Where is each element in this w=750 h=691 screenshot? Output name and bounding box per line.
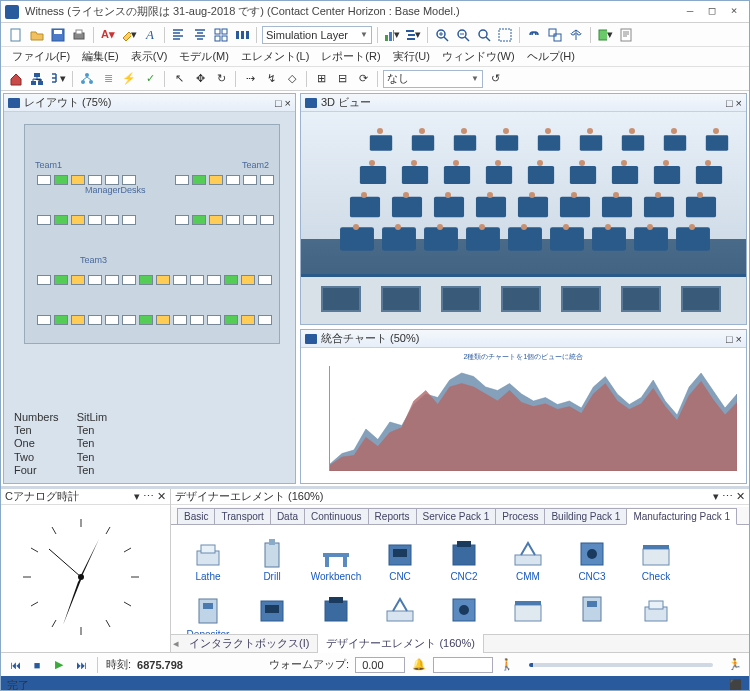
- menu-edit[interactable]: 編集(E): [77, 47, 124, 66]
- pane-close-icon[interactable]: ×: [285, 97, 291, 109]
- menu-reports[interactable]: レポート(R): [316, 47, 385, 66]
- tree-icon[interactable]: [78, 70, 96, 88]
- walk-icon[interactable]: 🚶: [499, 657, 515, 673]
- desk[interactable]: [54, 315, 68, 325]
- speed-slider[interactable]: [529, 663, 713, 667]
- desk[interactable]: [243, 175, 257, 185]
- print-icon[interactable]: [70, 26, 88, 44]
- tab-basic[interactable]: Basic: [177, 508, 215, 524]
- view3d-canvas[interactable]: [301, 112, 746, 324]
- desk[interactable]: [207, 275, 221, 285]
- btab-designer[interactable]: デザイナーエレメント (160%): [318, 634, 484, 653]
- scroll-left-icon[interactable]: ◂: [171, 637, 181, 650]
- expand-icon[interactable]: ⊞: [312, 70, 330, 88]
- maximize-button[interactable]: □: [701, 3, 723, 21]
- desk[interactable]: [192, 175, 206, 185]
- layout-canvas[interactable]: Team1 Team2 ManagerDesks Team3 NumbersTe…: [4, 112, 295, 483]
- desk[interactable]: [122, 275, 136, 285]
- menu-file[interactable]: ファイル(F): [7, 47, 75, 66]
- element-extra[interactable]: [625, 589, 687, 627]
- stop-button[interactable]: ■: [29, 657, 45, 673]
- desk[interactable]: [226, 215, 240, 225]
- distribute-icon[interactable]: [233, 26, 251, 44]
- element-workbench[interactable]: Workbench: [305, 531, 367, 587]
- tab-service-pack-1[interactable]: Service Pack 1: [416, 508, 497, 524]
- layout-pane-header[interactable]: レイアウト (75%) □×: [4, 94, 295, 112]
- btab-interact[interactable]: インタラクトボックス(I): [181, 634, 318, 653]
- desk[interactable]: [37, 215, 51, 225]
- tab-process[interactable]: Process: [495, 508, 545, 524]
- minimize-button[interactable]: —: [679, 3, 701, 21]
- pointer-icon[interactable]: ↖: [170, 70, 188, 88]
- tab-data[interactable]: Data: [270, 508, 305, 524]
- element-cnc[interactable]: CNC: [369, 531, 431, 587]
- path-icon[interactable]: ↯: [262, 70, 280, 88]
- chart-canvas[interactable]: 2種類のチャートを1個のビューに統合 010203040506070809010…: [301, 348, 746, 483]
- new-icon[interactable]: [7, 26, 25, 44]
- clock-pane-header[interactable]: Cアナログ時計 ▾ ⋯ ✕: [1, 489, 170, 505]
- tab-building-pack-1[interactable]: Building Pack 1: [544, 508, 627, 524]
- open-icon[interactable]: [28, 26, 46, 44]
- diamond-icon[interactable]: ◇: [283, 70, 301, 88]
- desk[interactable]: [190, 315, 204, 325]
- check-icon[interactable]: ✓: [141, 70, 159, 88]
- desk[interactable]: [224, 315, 238, 325]
- element-cnc2[interactable]: CNC2: [433, 531, 495, 587]
- desk[interactable]: [71, 315, 85, 325]
- element-drill[interactable]: Drill: [241, 531, 303, 587]
- pane-close-icon[interactable]: ×: [736, 333, 742, 345]
- refresh-icon[interactable]: ↺: [486, 70, 504, 88]
- desk[interactable]: [88, 175, 102, 185]
- report-icon[interactable]: [617, 26, 635, 44]
- close-button[interactable]: ×: [723, 3, 745, 21]
- desk[interactable]: [175, 175, 189, 185]
- tab-continuous[interactable]: Continuous: [304, 508, 369, 524]
- element-extra[interactable]: [433, 589, 495, 627]
- element-extra[interactable]: [561, 589, 623, 627]
- desk[interactable]: [243, 215, 257, 225]
- desk[interactable]: [37, 315, 51, 325]
- desk[interactable]: [54, 215, 68, 225]
- chart-icon[interactable]: ▾: [383, 26, 401, 44]
- zoom-region-icon[interactable]: [496, 26, 514, 44]
- move-icon[interactable]: ✥: [191, 70, 209, 88]
- desk[interactable]: [224, 275, 238, 285]
- desk[interactable]: [105, 275, 119, 285]
- desk[interactable]: [71, 215, 85, 225]
- desk[interactable]: [207, 315, 221, 325]
- menu-run[interactable]: 実行(U): [388, 47, 435, 66]
- play-button[interactable]: ▶: [51, 657, 67, 673]
- pane-max-icon[interactable]: □: [726, 333, 733, 345]
- desk[interactable]: [139, 275, 153, 285]
- element-extra[interactable]: [497, 589, 559, 627]
- connect-icon[interactable]: ⇢: [241, 70, 259, 88]
- font-style-icon[interactable]: A: [141, 26, 159, 44]
- run-fast-icon[interactable]: 🏃: [727, 657, 743, 673]
- pane-max-icon[interactable]: □: [275, 97, 282, 109]
- alarm-input[interactable]: [433, 657, 493, 673]
- rewind-button[interactable]: ⏮: [7, 657, 23, 673]
- zoom-out-icon[interactable]: [454, 26, 472, 44]
- hierarchy-icon[interactable]: ▾: [49, 70, 67, 88]
- desk[interactable]: [260, 215, 274, 225]
- pane-max-icon[interactable]: □: [726, 97, 733, 109]
- desk[interactable]: [175, 215, 189, 225]
- align-left-icon[interactable]: [170, 26, 188, 44]
- desk[interactable]: [241, 275, 255, 285]
- element-check[interactable]: Check: [625, 531, 687, 587]
- element-extra[interactable]: [305, 589, 367, 627]
- desk[interactable]: [105, 175, 119, 185]
- desk[interactable]: [209, 175, 223, 185]
- chart-pane-header[interactable]: 統合チャート (50%) □×: [301, 330, 746, 348]
- pin-icon[interactable]: ▾ ⋯ ✕: [134, 490, 166, 502]
- desk[interactable]: [54, 175, 68, 185]
- menu-elements[interactable]: エレメント(L): [236, 47, 314, 66]
- grid-icon[interactable]: [212, 26, 230, 44]
- designer-pane-header[interactable]: デザイナーエレメント (160%) ▾ ⋯ ✕: [171, 489, 749, 505]
- desk[interactable]: [88, 275, 102, 285]
- step-button[interactable]: ⏭: [73, 657, 89, 673]
- zoom-fit-icon[interactable]: [475, 26, 493, 44]
- org-icon[interactable]: [28, 70, 46, 88]
- desk[interactable]: [122, 215, 136, 225]
- desk[interactable]: [173, 275, 187, 285]
